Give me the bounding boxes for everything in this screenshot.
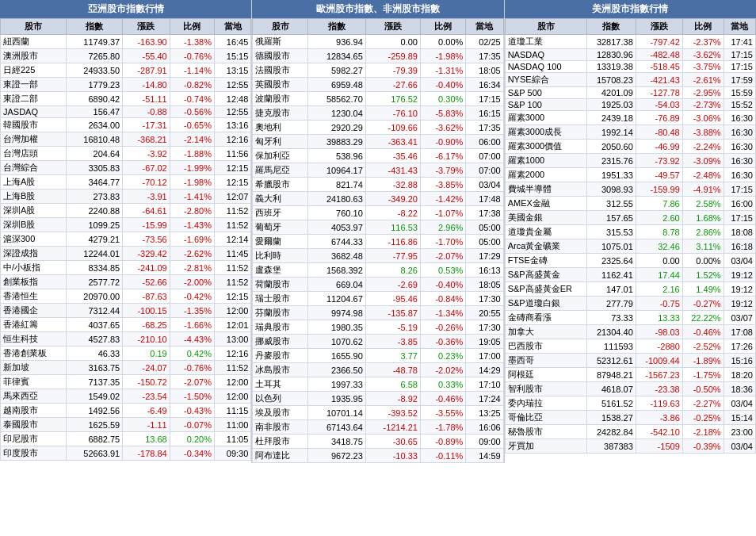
table-cell: -0.46% xyxy=(682,325,724,339)
table-cell: 12244.01 xyxy=(67,247,123,261)
table-cell: -6.17% xyxy=(420,149,465,163)
table-cell: 17:48 xyxy=(466,192,503,206)
table-row: S&P道瓊白銀277.79-0.75-0.27%19:12 xyxy=(505,297,755,311)
table-cell: 16:30 xyxy=(724,125,755,140)
table-row: 瑞士股市11204.67-95.46-0.84%17:30 xyxy=(253,292,503,306)
table-cell: 阿根廷 xyxy=(505,368,586,382)
table-cell: 羅馬尼亞 xyxy=(253,163,308,178)
table-row: 新加坡3163.75-24.07-0.76%11:52 xyxy=(1,361,251,375)
table-cell: 1.52% xyxy=(682,268,724,282)
table-cell: 芬蘭股市 xyxy=(253,306,308,320)
table-cell: 8334.85 xyxy=(67,261,123,275)
table-cell: 17:15 xyxy=(724,211,755,225)
table-cell: 7137.35 xyxy=(67,375,123,389)
table-cell: 03/04 xyxy=(724,439,755,454)
table-cell: 24933.50 xyxy=(67,63,123,78)
table-cell: 4053.97 xyxy=(308,220,366,235)
table-cell: Arca黃金礦業 xyxy=(505,239,586,254)
table-cell: 1.68% xyxy=(682,211,724,225)
table-cell: 10701.14 xyxy=(308,406,366,420)
table-cell: -0.40% xyxy=(420,278,465,292)
table-cell: -0.39% xyxy=(682,439,724,454)
table-cell: 8.78 xyxy=(636,225,682,239)
table-cell: 17:30 xyxy=(466,320,503,335)
table-row: 墨西哥52312.61-1009.44-1.89%15:16 xyxy=(505,354,755,368)
table-cell: -30.65 xyxy=(365,435,420,449)
table-cell: 14:59 xyxy=(466,449,503,463)
table-cell: 8.26 xyxy=(365,263,420,278)
table-cell: 315.53 xyxy=(586,225,636,239)
table-cell: 3464.77 xyxy=(67,175,123,190)
table-cell: 3305.83 xyxy=(67,161,123,175)
table-cell: -76.10 xyxy=(365,106,420,121)
table-cell: 道瓊工業 xyxy=(505,35,586,49)
table-row: 馬來西亞1549.02-23.54-1.50%12:00 xyxy=(1,389,251,404)
table-cell: -0.40% xyxy=(420,78,465,92)
table-cell: -98.03 xyxy=(636,325,682,339)
table-cell: 11:52 xyxy=(214,361,250,375)
column-header: 比例 xyxy=(170,19,214,35)
table-cell: 17:15 xyxy=(724,49,755,61)
table-cell: -1009.44 xyxy=(636,354,682,368)
table-cell: 深證成指 xyxy=(1,247,67,261)
table-cell: 11:52 xyxy=(214,204,250,218)
table-cell: 15708.23 xyxy=(586,73,636,87)
panel-title-1: 歐洲股市指數、非洲股市指數 xyxy=(252,0,503,18)
table-cell: 17:29 xyxy=(466,249,503,263)
table-cell: JASDAQ xyxy=(1,106,67,118)
table-cell: -2.07% xyxy=(170,375,214,389)
table-row: 杜拜股市3418.75-30.65-0.89%09:00 xyxy=(253,435,503,449)
table-row: 愛爾蘭6744.33-116.86-1.70%05:00 xyxy=(253,235,503,249)
table-cell: -49.57 xyxy=(636,168,682,182)
table-cell: -1.34% xyxy=(420,306,465,320)
table-cell: 12:01 xyxy=(214,318,250,332)
table-row: 保加利亞538.96-35.46-6.17%07:00 xyxy=(253,149,503,163)
table-cell: 4527.83 xyxy=(67,332,123,346)
table-row: 南非股市67143.64-1214.21-1.78%16:06 xyxy=(253,420,503,435)
table-row: 加拿大21304.40-98.03-0.46%17:08 xyxy=(505,325,755,339)
table-cell: 176.52 xyxy=(365,92,420,106)
table-cell: -0.43% xyxy=(170,404,214,418)
table-cell: 11749.37 xyxy=(67,35,123,49)
table-cell: 香港紅籌 xyxy=(1,318,67,332)
table-cell: 32.46 xyxy=(636,239,682,254)
table-cell: 0.00 xyxy=(636,254,682,268)
table-cell: -67.02 xyxy=(123,161,170,175)
table-row: 巴西股市111593-2880-2.52%17:26 xyxy=(505,339,755,354)
table-cell: -0.90% xyxy=(420,135,465,149)
table-cell: 英國股市 xyxy=(253,78,308,92)
table-cell: 1992.14 xyxy=(586,125,636,140)
table-cell: -48.78 xyxy=(365,363,420,377)
table-cell: 116.53 xyxy=(365,220,420,235)
table-cell: -76.89 xyxy=(636,111,682,125)
table-row: 金磚商看漲73.3313.3322.22%03/07 xyxy=(505,311,755,325)
table-cell: 12:00 xyxy=(214,375,250,389)
table-cell: -24.07 xyxy=(123,361,170,375)
table-cell: 12:55 xyxy=(214,106,250,118)
table-cell: 147.01 xyxy=(586,282,636,297)
table-row: S&P 5004201.09-127.78-2.95%15:59 xyxy=(505,87,755,99)
table-cell: 11:52 xyxy=(214,261,250,275)
table-cell: 387383 xyxy=(586,439,636,454)
table-cell: 20970.00 xyxy=(67,289,123,304)
table-cell: 16:30 xyxy=(724,111,755,125)
table-cell: FTSE金磚 xyxy=(505,254,586,268)
table-cell: 秘魯股市 xyxy=(505,425,586,439)
table-cell: 6959.48 xyxy=(308,78,366,92)
table-cell: -2.73% xyxy=(682,99,724,111)
table-cell: 12834.65 xyxy=(308,49,366,63)
table-cell: 丹麥股市 xyxy=(253,349,308,363)
table-cell: -77.95 xyxy=(365,249,420,263)
table-cell: -163.90 xyxy=(123,35,170,49)
table-cell: -1.35% xyxy=(170,304,214,318)
table-cell: -6.49 xyxy=(123,404,170,418)
table-row: 希臘股市821.74-32.88-3.85%03/04 xyxy=(253,178,503,192)
table-row: 波蘭股市58562.70176.520.30%17:15 xyxy=(253,92,503,106)
table-cell: 10964.17 xyxy=(308,163,366,178)
table-cell: 16:00 xyxy=(724,197,755,211)
table-row: 深證成指12244.01-329.42-2.62%11:45 xyxy=(1,247,251,261)
table-cell: -1.70% xyxy=(420,235,465,249)
table-cell: 巴西股市 xyxy=(505,339,586,354)
table-cell: 深圳B股 xyxy=(1,218,67,232)
table-cell: 上海A股 xyxy=(1,175,67,190)
